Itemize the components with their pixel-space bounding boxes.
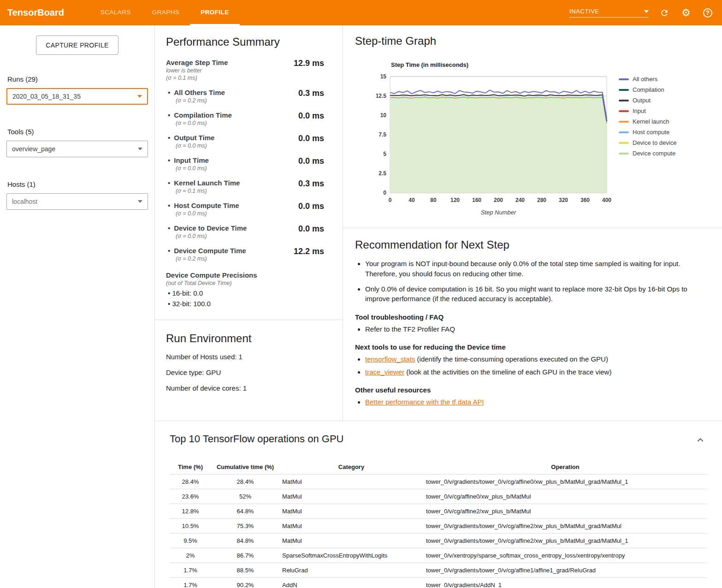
legend-swatch: [619, 131, 629, 133]
precisions-label: Device Compute Precisions: [166, 271, 331, 279]
step-time-graph-section: Step-time Graph Step Time (in millisecon…: [343, 25, 722, 228]
metric-sigma: (σ = 0.1 ms): [176, 188, 240, 194]
performance-column: Performance Summary Average Step Time lo…: [155, 25, 343, 421]
legend-label: Input: [633, 107, 646, 114]
tab-graphs[interactable]: GRAPHS: [142, 0, 190, 25]
step-time-graph-title: Step-time Graph: [355, 35, 710, 48]
ops-cell: 86.7%: [211, 548, 279, 563]
metric-value: 0.3 ms: [298, 89, 331, 104]
recommendation-section: Recommendation for Next Step Your progra…: [343, 228, 722, 421]
hosts-dropdown[interactable]: localhost: [6, 193, 148, 210]
metric-row: •Kernel Launch Time(σ = 0.1 ms)0.3 ms: [166, 179, 331, 194]
precisions-note: (out of Total Device Time): [166, 280, 331, 286]
ops-cell: 1.7%: [170, 578, 211, 588]
refresh-icon[interactable]: [658, 7, 670, 19]
metric-row: •Input Time(σ = 0.0 ms)0.0 ms: [166, 156, 331, 172]
metric-value: 0.0 ms: [298, 134, 331, 149]
legend-item: Kernel launch: [619, 118, 676, 125]
env-line: Number of device cores: 1: [166, 384, 331, 392]
metric-label: •All Others Time: [168, 89, 225, 96]
run-environment-section: Run Environment Number of Hosts used: 1D…: [155, 320, 343, 404]
tool-link[interactable]: trace_viewer: [365, 368, 404, 376]
chart-title: Step Time (in milliseconds): [391, 61, 710, 68]
bullet-icon: •: [168, 111, 170, 119]
svg-text:12.5: 12.5: [376, 93, 387, 99]
tab-profile[interactable]: PROFILE: [190, 0, 239, 25]
chevron-down-icon: [137, 95, 142, 98]
chart-legend: All othersCompilationOutputInputKernel l…: [619, 73, 676, 157]
legend-label: Output: [633, 97, 651, 104]
capture-profile-button[interactable]: CAPTURE PROFILE: [36, 36, 118, 55]
ops-cell: ReluGrad: [279, 563, 423, 578]
topbar: TensorBoard SCALARSGRAPHSPROFILE INACTIV…: [0, 0, 722, 25]
metric-label: •Output Time: [168, 134, 214, 142]
metric-value: 12.2 ms: [294, 247, 331, 262]
ops-col-header: Time (%): [170, 460, 211, 475]
run-environment-lines: Number of Hosts used: 1Device type: GPUN…: [166, 353, 331, 392]
performance-summary-section: Performance Summary Average Step Time lo…: [155, 25, 343, 320]
bullet-icon: •: [168, 179, 170, 187]
svg-text:10: 10: [380, 112, 387, 119]
legend-swatch: [619, 153, 629, 154]
metrics-list: •All Others Time(σ = 0.2 ms)0.3 ms•Compi…: [166, 89, 331, 262]
metric-value: 0.0 ms: [298, 224, 331, 239]
chart-wrap: Step Time (in milliseconds) 02.557.51012…: [367, 61, 710, 216]
status-dropdown[interactable]: INACTIVE: [569, 8, 649, 18]
svg-text:200: 200: [494, 197, 503, 203]
faq-item: Refer to the TF2 Profiler FAQ: [365, 324, 710, 334]
ops-cell: tower_0/v/cg/affine2/xw_plus_b/MatMul: [423, 504, 707, 519]
ops-cell: tower_0/v/xentropy/sparse_softmax_cross_…: [423, 548, 707, 563]
chevron-down-icon: [644, 10, 649, 13]
tool-link[interactable]: tensorflow_stats: [365, 355, 415, 363]
legend-swatch: [619, 100, 629, 101]
content: Performance Summary Average Step Time lo…: [154, 25, 722, 588]
svg-text:400: 400: [602, 197, 611, 203]
ops-cell: 1.7%: [170, 563, 211, 578]
next-tool-item: tensorflow_stats (identify the time-cons…: [365, 354, 710, 364]
ops-cell: MatMul: [279, 534, 423, 548]
ops-cell: tower_0/v/gradients/tower_0/v/cg/affine1…: [423, 563, 707, 578]
env-line: Number of Hosts used: 1: [166, 353, 331, 361]
legend-item: Compilation: [619, 86, 676, 93]
tools-dropdown-value: overview_page: [12, 145, 55, 153]
tab-scalars[interactable]: SCALARS: [90, 0, 142, 25]
ops-cell: MatMul: [279, 504, 423, 519]
ops-header-row: Time (%)Cumulative time (%)CategoryOpera…: [170, 460, 707, 475]
svg-text:40: 40: [408, 197, 415, 203]
ops-col-header: Category: [279, 460, 423, 475]
gear-icon[interactable]: ⚙: [680, 7, 692, 19]
metric-sigma: (σ = 0.0 ms): [176, 165, 209, 172]
ops-cell: MatMul: [279, 475, 423, 489]
table-row: 28.4%28.4%MatMultower_0/v/gradients/towe…: [170, 475, 707, 489]
chart-x-axis-label: Step Number: [390, 209, 607, 216]
runs-label: Runs (29): [7, 75, 148, 83]
top-ops-title: Top 10 TensorFlow operations on GPU: [170, 433, 343, 445]
metric-sigma: (σ = 0.2 ms): [176, 97, 225, 104]
ops-cell: MatMul: [279, 489, 423, 504]
ops-cell: 28.4%: [211, 475, 279, 489]
metric-sigma: (σ = 0.0 ms): [176, 120, 232, 126]
table-row: 10.5%75.3%MatMultower_0/v/gradients/towe…: [170, 519, 707, 534]
svg-text:320: 320: [559, 197, 568, 203]
bullet-icon: •: [168, 134, 170, 142]
bullet-icon: •: [168, 224, 170, 232]
status-dropdown-value: INACTIVE: [569, 8, 599, 15]
svg-text:7.5: 7.5: [379, 131, 386, 138]
metric-sigma: (σ = 0.0 ms): [176, 143, 214, 149]
help-icon[interactable]: ?: [702, 7, 714, 19]
runs-dropdown[interactable]: 2020_03_05_18_31_35: [6, 88, 148, 105]
svg-text:0: 0: [389, 197, 392, 203]
svg-text:80: 80: [430, 197, 437, 203]
collapse-chevron-up-icon[interactable]: [693, 433, 707, 449]
metric-label: •Host Compute Time: [168, 202, 239, 209]
bullet-icon: •: [168, 202, 170, 209]
tools-dropdown[interactable]: overview_page: [6, 141, 148, 157]
metric-value: 0.3 ms: [298, 179, 331, 194]
resource-link[interactable]: Better performance with the tf.data API: [365, 398, 484, 406]
recommendation-bullets: Your program is NOT input-bound because …: [355, 259, 710, 304]
help-question-mark: ?: [703, 8, 712, 18]
ops-cell: tower_0/v/gradients/AddN_1: [423, 578, 707, 588]
legend-item: Output: [619, 97, 676, 104]
metric-value: 0.0 ms: [298, 202, 331, 217]
metric-label: •Input Time: [168, 156, 209, 164]
